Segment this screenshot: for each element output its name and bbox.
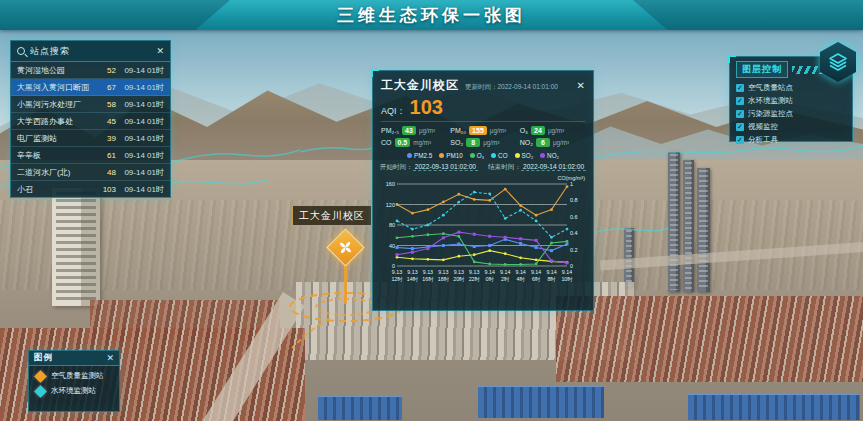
layer-toggle[interactable]: ✓ 分析工具 [736, 135, 846, 145]
series-label: NO₂ [547, 152, 559, 159]
legend-chip[interactable]: O₃ [470, 152, 484, 159]
checkbox-icon[interactable]: ✓ [736, 97, 744, 105]
station-list-item[interactable]: 辛辛板 61 09-14 01时 [11, 147, 170, 164]
pollutant-cell: SO₂ 8 μg/m³ [450, 138, 515, 147]
layer-list: ✓ 空气质量站点 ✓ 水环境监测站 ✓ 污染源监控点 ✓ 视频监控 ✓ 分析工具 [736, 83, 846, 145]
station-list-item[interactable]: 电厂监测站 39 09-14 01时 [11, 130, 170, 147]
close-icon[interactable]: ✕ [156, 47, 164, 56]
pollutant-unit: μg/m³ [483, 139, 499, 146]
station-name: 小召 [17, 184, 94, 195]
svg-text:9.13: 9.13 [469, 269, 479, 275]
pollutant-unit: μg/m³ [419, 127, 435, 134]
station-value: 52 [94, 66, 116, 75]
series-label: PM10 [446, 152, 462, 159]
svg-text:4时: 4时 [517, 276, 526, 282]
svg-text:9.14: 9.14 [531, 269, 541, 275]
pollutant-cell: PM₁₀ 155 μg/m³ [450, 126, 515, 135]
station-name: 大黑河入黄河口断面 [17, 82, 94, 93]
update-time: 更新时间：2022-09-14 01:01:00 [465, 83, 571, 92]
svg-text:9.13: 9.13 [438, 269, 448, 275]
pollutant-value-badge: 6 [536, 138, 550, 147]
svg-text:9.14: 9.14 [485, 269, 495, 275]
legend-chip[interactable]: NO₂ [540, 152, 559, 159]
layer-label: 污染源监控点 [748, 109, 793, 119]
station-value: 58 [94, 100, 116, 109]
layer-toggle[interactable]: ✓ 视频监控 [736, 122, 846, 132]
station-value: 45 [94, 117, 116, 126]
station-time: 09-14 01时 [116, 65, 164, 76]
pollutant-grid: PM₂.₅ 43 μg/m³ PM₁₀ 155 μg/m³ O₃ 24 μg/m… [381, 126, 585, 147]
checkbox-icon[interactable]: ✓ [736, 136, 744, 144]
station-value: 67 [94, 83, 116, 92]
station-time: 09-14 01时 [116, 116, 164, 127]
legend-chip[interactable]: PM2.5 [407, 152, 432, 159]
station-list-item[interactable]: 小黑河污水处理厂 58 09-14 01时 [11, 96, 170, 113]
svg-text:9.13: 9.13 [392, 269, 402, 275]
layer-toggle[interactable]: ✓ 污染源监控点 [736, 109, 846, 119]
aqi-label: AQI： [381, 105, 406, 118]
layers-hex-button[interactable] [820, 42, 856, 82]
pollutant-unit: μg/m³ [553, 139, 569, 146]
station-value: 103 [94, 185, 116, 194]
tower-building [697, 168, 710, 292]
layer-toggle[interactable]: ✓ 水环境监测站 [736, 96, 846, 106]
layer-label: 水环境监测站 [748, 96, 793, 106]
pollutant-cell: O₃ 24 μg/m³ [520, 126, 585, 135]
station-map-label[interactable]: 工大金川校区 [292, 205, 372, 226]
close-icon[interactable]: ✕ [577, 80, 585, 91]
layer-panel-title: 图层控制 [736, 61, 788, 78]
end-time-input[interactable]: 2022-09-14 01:02:00 [521, 163, 586, 171]
station-search-panel: 站点搜索 ✕ 黄河湿地公园 52 09-14 01时 大黑河入黄河口断面 67 … [10, 40, 171, 198]
chart-legend: PM2.5 PM10 O₃ CO SO₂ NO₂ [381, 152, 585, 159]
corner-accent [371, 69, 379, 77]
corner-accent [728, 55, 736, 63]
checkbox-icon[interactable]: ✓ [736, 123, 744, 131]
start-time-field: 开始时间：2022-09-13 01:02:00 [380, 163, 478, 172]
svg-text:1: 1 [570, 181, 573, 187]
station-name: 小黑河污水处理厂 [17, 99, 94, 110]
map-legend-panel: 图例 ✕ 空气质量监测站 水环境监测站 [28, 350, 120, 412]
search-panel-header: 站点搜索 ✕ [11, 41, 170, 62]
station-list-item[interactable]: 二道河水厂(北) 48 09-14 01时 [11, 164, 170, 181]
time-filter: 开始时间：2022-09-13 01:02:00 结束时间：2022-09-14… [381, 163, 585, 172]
legend-chip[interactable]: CO [491, 152, 507, 159]
tower-building [668, 152, 680, 292]
pollutant-name: SO₂ [450, 139, 463, 146]
station-time: 09-14 01时 [116, 150, 164, 161]
svg-text:12时: 12时 [391, 276, 403, 282]
app-header: 三维生态环保一张图 [0, 0, 863, 30]
legend-chip[interactable]: SO₂ [515, 152, 534, 159]
series-color-dot [515, 153, 520, 158]
svg-text:0.6: 0.6 [570, 214, 578, 220]
pollutant-name: NO₂ [520, 139, 533, 146]
legend-chip[interactable]: PM10 [439, 152, 462, 159]
start-time-input[interactable]: 2022-09-13 01:02:00 [413, 163, 478, 171]
series-color-dot [491, 153, 496, 158]
checkbox-icon[interactable]: ✓ [736, 84, 744, 92]
station-value: 61 [94, 151, 116, 160]
svg-text:16时: 16时 [422, 276, 434, 282]
pollutant-name: O₃ [520, 127, 528, 134]
aqi-value: 103 [410, 97, 443, 117]
station-list-item[interactable]: 大学西路办事处 45 09-14 01时 [11, 113, 170, 130]
station-list-item[interactable]: 大黑河入黄河口断面 67 09-14 01时 [11, 79, 170, 96]
svg-text:9.13: 9.13 [423, 269, 433, 275]
station-value: 39 [94, 134, 116, 143]
station-value: 48 [94, 168, 116, 177]
layer-toggle[interactable]: ✓ 空气质量站点 [736, 83, 846, 93]
layer-label: 空气质量站点 [748, 83, 793, 93]
pollutant-name: PM₂.₅ [381, 127, 399, 134]
station-list-item[interactable]: 小召 103 09-14 01时 [11, 181, 170, 198]
pollutant-value-badge: 8 [466, 138, 480, 147]
station-list-item[interactable]: 黄河湿地公园 52 09-14 01时 [11, 62, 170, 79]
checkbox-icon[interactable]: ✓ [736, 110, 744, 118]
search-icon [17, 47, 25, 55]
pollutant-name: PM₁₀ [450, 127, 466, 134]
pollutant-cell: NO₂ 6 μg/m³ [520, 138, 585, 147]
svg-text:0.4: 0.4 [570, 230, 578, 236]
station-time: 09-14 01时 [116, 99, 164, 110]
series-label: SO₂ [522, 152, 534, 159]
series-color-dot [540, 153, 545, 158]
svg-text:2时: 2时 [501, 276, 510, 282]
close-icon[interactable]: ✕ [106, 354, 114, 363]
